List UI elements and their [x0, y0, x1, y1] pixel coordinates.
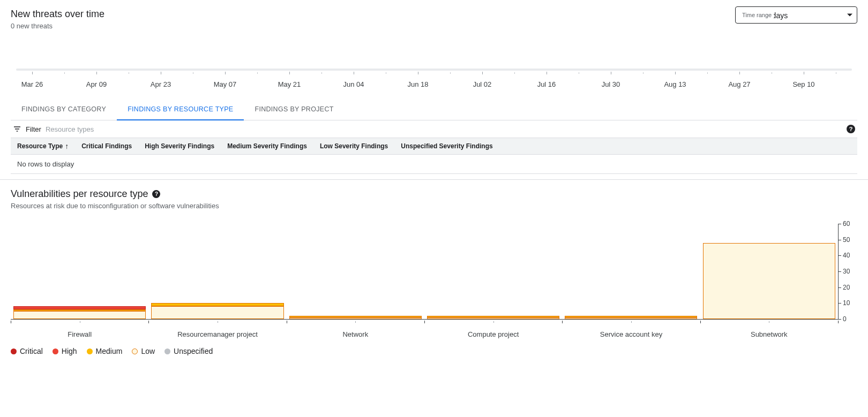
tab-resource[interactable]: FINDINGS BY RESOURCE TYPE	[117, 99, 244, 120]
filter-label: Filter	[26, 125, 41, 133]
threats-title: New threats over time	[11, 9, 104, 20]
vuln-subtitle: Resources at risk due to misconfiguratio…	[11, 202, 857, 210]
chart-category-labels: FirewallResourcemanager projectNetworkCo…	[11, 321, 838, 338]
swatch-unspecified	[164, 348, 170, 354]
vuln-title-text: Vulnerabilities per resource type	[11, 188, 148, 200]
legend-critical[interactable]: Critical	[11, 347, 43, 355]
table-column-header[interactable]: Medium Severity Findings	[227, 142, 307, 150]
bar-resourcemanager-project[interactable]	[148, 224, 286, 319]
chart-bars	[11, 224, 838, 319]
timeline-date-label: May 21	[273, 80, 305, 88]
swatch-high	[53, 348, 58, 354]
help-icon[interactable]: ?	[847, 125, 855, 133]
timeline-labels: Mar 26Apr 09Apr 23May 07May 21Jun 04Jun …	[16, 80, 852, 88]
category-label: Network	[287, 321, 424, 338]
timeline-date-label: Jun 04	[338, 80, 370, 88]
timeline-date-label: Jul 02	[466, 80, 498, 88]
table-column-header[interactable]: Critical Findings	[81, 142, 132, 150]
timeline-date-label: Aug 13	[659, 80, 691, 88]
tab-project[interactable]: FINDINGS BY PROJECT	[244, 99, 344, 120]
category-label: Firewall	[11, 321, 148, 338]
y-tick-label: 30	[839, 268, 850, 275]
table-column-header[interactable]: High Severity Findings	[145, 142, 214, 150]
category-label: Resourcemanager project	[148, 321, 286, 338]
y-tick-label: 60	[839, 220, 850, 228]
category-label: Subnetwork	[700, 321, 838, 338]
y-tick-label: 10	[839, 299, 850, 307]
timeline-date-label: Jun 18	[402, 80, 434, 88]
category-label: Service account key	[562, 321, 700, 338]
legend-high[interactable]: High	[53, 347, 77, 355]
sort-arrow-icon: ↑	[65, 142, 69, 150]
timeline-date-label: Aug 27	[723, 80, 755, 88]
swatch-critical	[11, 348, 17, 354]
filter-bar: Filter Resource types ?	[11, 120, 857, 138]
bar-segment-low	[703, 243, 835, 319]
chart-y-axis: 0102030405060	[838, 224, 857, 319]
bar-segment-low	[427, 317, 559, 319]
findings-tabs: FINDINGS BY CATEGORYFINDINGS BY RESOURCE…	[11, 99, 857, 120]
timeline-date-label: May 07	[209, 80, 241, 88]
chevron-down-icon	[847, 14, 852, 17]
swatch-low	[132, 348, 138, 354]
table-column-header[interactable]: Low Severity Findings	[320, 142, 388, 150]
chart-plot-area	[11, 224, 838, 319]
y-tick-label: 20	[839, 284, 850, 291]
vuln-chart: 0102030405060	[11, 224, 857, 319]
timeline-date-label: Jul 30	[595, 80, 627, 88]
tab-category[interactable]: FINDINGS BY CATEGORY	[11, 99, 117, 120]
y-tick-label: 0	[839, 315, 847, 323]
y-tick-label: 40	[839, 252, 850, 259]
bar-segment-low	[151, 306, 283, 319]
threats-subtitle: 0 new threats	[11, 22, 104, 30]
help-icon[interactable]: ?	[152, 190, 160, 198]
filter-icon	[13, 125, 21, 133]
chart-x-axis	[11, 319, 838, 320]
timeline-date-label: Mar 26	[16, 80, 48, 88]
time-range-label: Time range	[740, 12, 774, 18]
legend-unspecified[interactable]: Unspecified	[164, 347, 213, 355]
table-empty-text: No rows to display	[11, 155, 857, 174]
bar-network[interactable]	[287, 224, 424, 319]
timeline-date-label: Jul 16	[530, 80, 563, 88]
vulnerabilities-card: Vulnerabilities per resource type ? Reso…	[0, 180, 868, 361]
threats-timeline: Mar 26Apr 09Apr 23May 07May 21Jun 04Jun …	[11, 69, 857, 88]
bar-service-account-key[interactable]	[562, 224, 700, 319]
bar-segment-low	[565, 317, 697, 319]
legend-low[interactable]: Low	[132, 347, 155, 355]
vuln-title: Vulnerabilities per resource type ?	[11, 188, 857, 200]
chart-legend: Critical High Medium Low Unspecified	[11, 347, 857, 355]
filter-input[interactable]: Resource types	[46, 125, 94, 133]
bar-subnetwork[interactable]	[700, 224, 838, 319]
table-column-header[interactable]: Resource Type↑	[17, 142, 69, 150]
bar-segment-low	[13, 311, 146, 319]
swatch-medium	[87, 348, 93, 354]
timeline-ticks	[16, 72, 852, 77]
threats-card: New threats over time 0 new threats Time…	[0, 0, 868, 180]
table-column-header[interactable]: Unspecified Severity Findings	[401, 142, 492, 150]
timeline-date-label: Apr 23	[145, 80, 177, 88]
table-header-row: Resource Type↑Critical FindingsHigh Seve…	[11, 138, 857, 155]
category-label: Compute project	[424, 321, 562, 338]
bar-firewall[interactable]	[11, 224, 148, 319]
timeline-date-label: Apr 09	[80, 80, 113, 88]
time-range-dropdown[interactable]: Time range Last 180 days	[735, 6, 857, 24]
legend-medium[interactable]: Medium	[87, 347, 123, 355]
bar-compute-project[interactable]	[424, 224, 562, 319]
bar-segment-low	[289, 317, 422, 319]
timeline-axis	[16, 69, 852, 71]
y-tick-label: 50	[839, 236, 850, 244]
timeline-date-label: Sep 10	[788, 80, 820, 88]
